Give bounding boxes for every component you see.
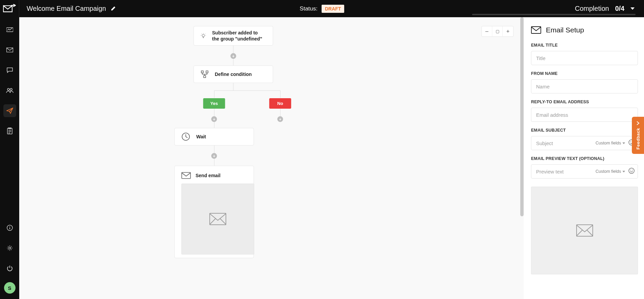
chevron-down-icon xyxy=(631,7,635,10)
panel-title: Email Setup xyxy=(546,26,584,34)
email-template-preview[interactable] xyxy=(531,187,638,274)
wait-node[interactable]: Wait xyxy=(174,128,254,145)
condition-yes-pill[interactable]: Yes xyxy=(203,98,225,109)
svg-point-2 xyxy=(7,88,9,90)
add-step-button[interactable]: + xyxy=(231,53,236,59)
svg-rect-16 xyxy=(531,27,541,33)
sidebar-item-logout[interactable] xyxy=(3,262,16,275)
sidebar-item-dashboard[interactable] xyxy=(3,23,16,36)
completion-progress-bar xyxy=(472,14,636,15)
pencil-icon xyxy=(111,5,117,11)
lightbulb-icon xyxy=(201,31,206,40)
app-logo[interactable] xyxy=(0,0,19,17)
add-step-no-button[interactable]: + xyxy=(277,116,283,122)
condition-node-text: Define condition xyxy=(215,71,252,77)
chat-icon xyxy=(7,67,13,73)
envelope-placeholder-icon xyxy=(209,213,226,225)
status-label: Status: xyxy=(300,5,318,12)
paper-plane-icon xyxy=(6,108,13,114)
svg-point-20 xyxy=(629,168,634,173)
status-badge: DRAFT xyxy=(322,5,344,13)
chevron-right-icon xyxy=(636,121,640,125)
email-title-label: EMAIL TITLE xyxy=(531,43,638,48)
svg-rect-10 xyxy=(201,71,203,73)
svg-rect-14 xyxy=(182,172,191,179)
smile-icon xyxy=(628,168,635,174)
canvas-scrollbar[interactable] xyxy=(520,17,524,299)
clock-icon xyxy=(181,132,190,141)
clipboard-icon xyxy=(7,128,12,134)
sidebar-item-forms[interactable] xyxy=(3,125,16,137)
status: Status: DRAFT xyxy=(300,5,344,13)
people-icon xyxy=(6,88,13,93)
wait-node-text: Wait xyxy=(196,134,206,140)
svg-point-7 xyxy=(9,226,10,227)
info-icon xyxy=(7,225,13,231)
svg-point-8 xyxy=(9,247,11,249)
chevron-down-icon xyxy=(622,171,625,172)
envelope-icon xyxy=(6,48,13,52)
email-title-input[interactable] xyxy=(531,51,638,65)
preview-custom-fields-button[interactable]: Custom fields xyxy=(595,169,625,174)
mailsend-logo-icon xyxy=(3,4,16,13)
svg-point-3 xyxy=(10,88,12,90)
svg-point-22 xyxy=(632,170,633,170)
reply-to-label: REPLY-TO EMAIL ADDRESS xyxy=(531,100,638,104)
from-name-label: FROM NAME xyxy=(531,71,638,76)
svg-rect-11 xyxy=(206,71,208,73)
dashboard-icon xyxy=(6,27,13,32)
completion[interactable]: Completion 0/4 xyxy=(575,5,644,12)
subject-label: EMAIL SUBJECT xyxy=(531,128,638,133)
envelope-icon xyxy=(181,172,191,179)
zoom-controls: – ▢ + xyxy=(481,26,514,37)
connector-line xyxy=(233,83,234,90)
avatar[interactable]: S xyxy=(4,282,16,294)
preview-emoji-button[interactable] xyxy=(628,168,635,175)
connector-line xyxy=(280,90,281,98)
zoom-out-button[interactable]: – xyxy=(482,26,492,36)
feedback-label: Feedback xyxy=(636,128,641,150)
reply-to-input[interactable] xyxy=(531,108,638,122)
from-name-input[interactable] xyxy=(531,79,638,93)
subject-custom-fields-button[interactable]: Custom fields xyxy=(595,141,625,145)
connector-line xyxy=(214,90,214,98)
power-icon xyxy=(7,265,13,271)
completion-label: Completion xyxy=(575,5,609,12)
svg-rect-23 xyxy=(577,225,593,236)
zoom-in-button[interactable]: + xyxy=(503,26,513,36)
preview-text-label: EMAIL PREVIEW TEXT (OPTIONAL) xyxy=(531,156,638,161)
workflow-canvas[interactable]: – ▢ + Subscriber added to the group "und… xyxy=(19,17,524,299)
send-email-node[interactable]: Send email xyxy=(174,166,254,258)
condition-node[interactable]: Define condition xyxy=(194,65,273,83)
email-thumbnail[interactable] xyxy=(181,184,254,254)
sidebar-item-audience[interactable] xyxy=(3,84,16,97)
svg-point-9 xyxy=(202,34,204,37)
envelope-icon xyxy=(531,26,541,34)
trigger-node[interactable]: Subscriber added to the group "undefined… xyxy=(194,26,273,46)
svg-point-21 xyxy=(630,170,631,170)
edit-name-button[interactable] xyxy=(111,5,117,12)
gear-icon xyxy=(7,245,13,251)
sidebar-item-campaigns[interactable] xyxy=(3,104,16,117)
svg-rect-12 xyxy=(204,76,206,78)
connector-line xyxy=(214,90,281,91)
svg-rect-15 xyxy=(210,213,226,225)
branch-icon xyxy=(201,70,209,78)
condition-no-pill[interactable]: No xyxy=(269,98,291,109)
completion-value: 0/4 xyxy=(615,5,624,12)
sidebar-item-help[interactable] xyxy=(3,221,16,234)
send-email-node-text: Send email xyxy=(196,172,221,179)
add-step-yes-button[interactable]: + xyxy=(211,116,217,122)
trigger-node-text: Subscriber added to the group "undefined… xyxy=(212,30,266,42)
sidebar-item-email[interactable] xyxy=(3,44,16,56)
topbar: Welcome Email Campaign Status: DRAFT Com… xyxy=(0,0,644,17)
sidebar-item-settings[interactable] xyxy=(3,242,16,254)
chevron-down-icon xyxy=(622,142,625,144)
feedback-tab[interactable]: Feedback xyxy=(632,117,644,154)
add-step-after-wait-button[interactable]: + xyxy=(211,153,217,159)
zoom-fit-button[interactable]: ▢ xyxy=(492,26,503,36)
svg-point-18 xyxy=(630,141,631,142)
sidebar-item-chat[interactable] xyxy=(3,64,16,77)
project-name: Welcome Email Campaign xyxy=(27,5,106,12)
envelope-placeholder-icon xyxy=(576,224,593,237)
